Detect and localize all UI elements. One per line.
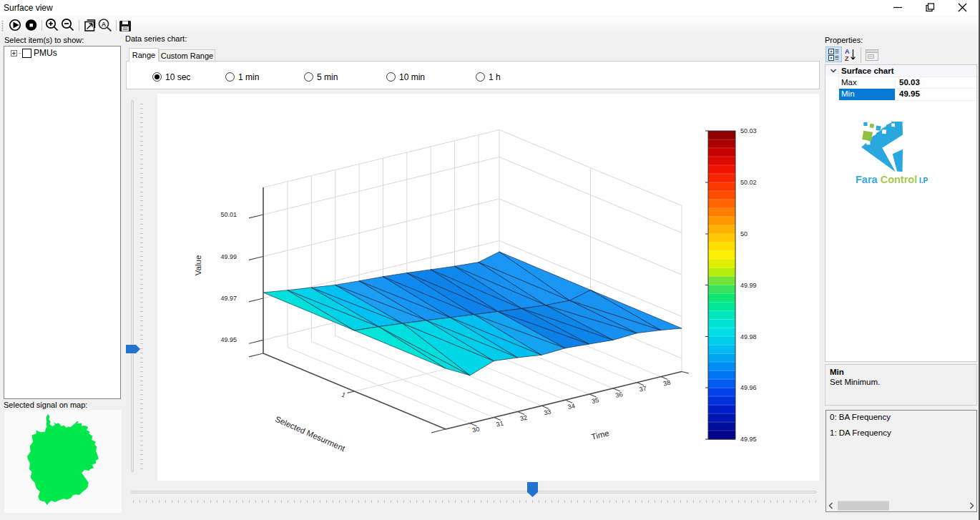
svg-text:50.03: 50.03 [740,127,757,134]
svg-text:Fara Control I.P: Fara Control I.P [856,174,928,185]
svg-text:50.01: 50.01 [220,211,237,218]
svg-text:50.02: 50.02 [740,179,757,186]
svg-text:49.95: 49.95 [220,336,237,343]
svg-text:49.95: 49.95 [740,436,757,443]
svg-text:49.96: 49.96 [740,384,757,391]
svg-text:A: A [102,21,107,28]
svg-text:A: A [845,48,850,55]
svg-text:49.99: 49.99 [740,282,757,289]
svg-text:50: 50 [740,230,748,237]
svg-text:Z: Z [845,55,849,62]
svg-text:Value: Value [194,255,202,276]
svg-text:49.98: 49.98 [740,333,757,340]
svg-text:49.99: 49.99 [220,253,237,260]
svg-text:49.97: 49.97 [220,295,237,302]
